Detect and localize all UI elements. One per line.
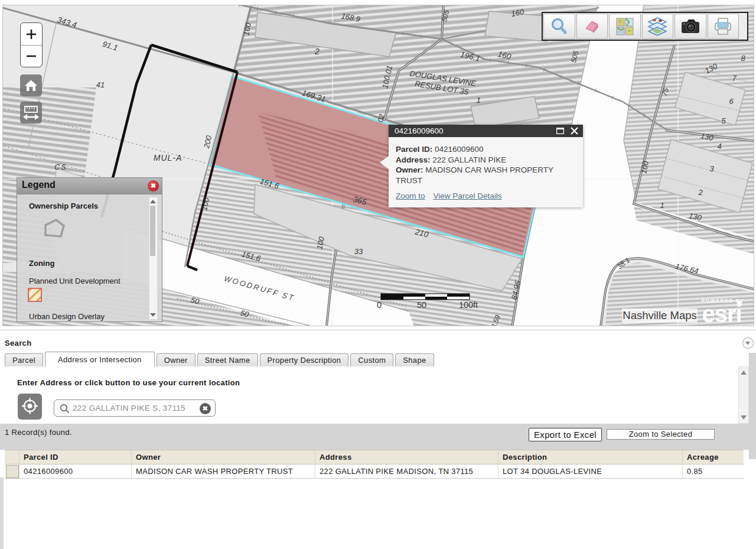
svg-text:50: 50 (417, 300, 426, 310)
svg-text:2: 2 (698, 188, 703, 197)
svg-text:0: 0 (377, 300, 382, 310)
svg-text:esri: esri (702, 301, 741, 326)
svg-text:7: 7 (732, 74, 737, 83)
svg-text:1: 1 (660, 201, 664, 210)
svg-text:100ft: 100ft (459, 300, 478, 310)
svg-text:4: 4 (717, 142, 721, 151)
svg-text:33: 33 (354, 247, 363, 256)
svg-text:41: 41 (96, 80, 105, 89)
svg-text:5: 5 (721, 116, 726, 125)
svg-text:1: 1 (476, 96, 480, 105)
svg-text:3: 3 (709, 164, 714, 173)
svg-text:CS: CS (54, 163, 67, 171)
svg-text:2: 2 (314, 47, 320, 56)
svg-text:6: 6 (729, 97, 734, 106)
svg-text:MUL-A: MUL-A (154, 153, 183, 163)
svg-text:Nashville Maps: Nashville Maps (623, 309, 696, 321)
svg-text:8: 8 (741, 54, 745, 63)
